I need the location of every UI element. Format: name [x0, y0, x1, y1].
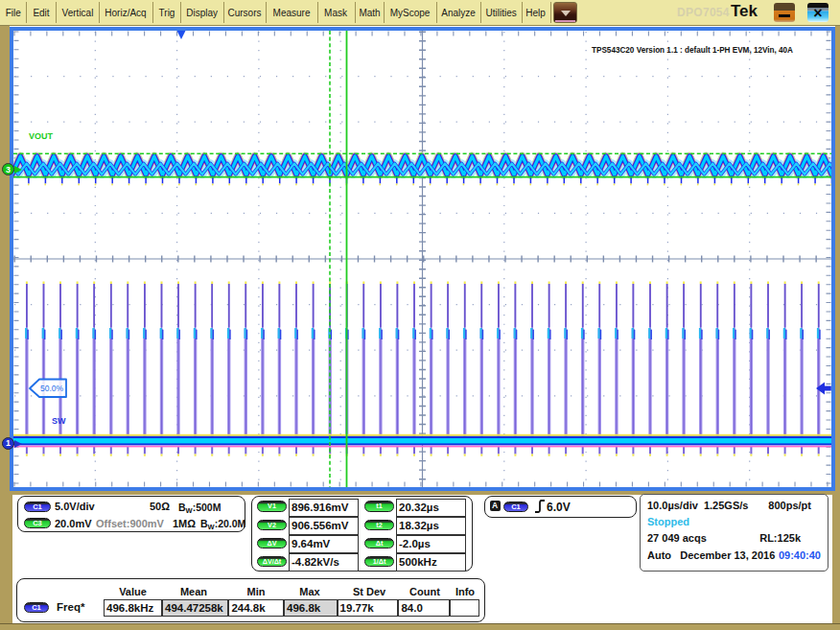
svg-text:VOUT: VOUT: [29, 131, 54, 141]
svg-text:50.0%: 50.0%: [40, 384, 64, 393]
svg-text:TPS543C20 Version 1.1 : defaul: TPS543C20 Version 1.1 : default 1-PH EVM…: [592, 44, 793, 55]
svg-text:SW: SW: [52, 416, 66, 426]
